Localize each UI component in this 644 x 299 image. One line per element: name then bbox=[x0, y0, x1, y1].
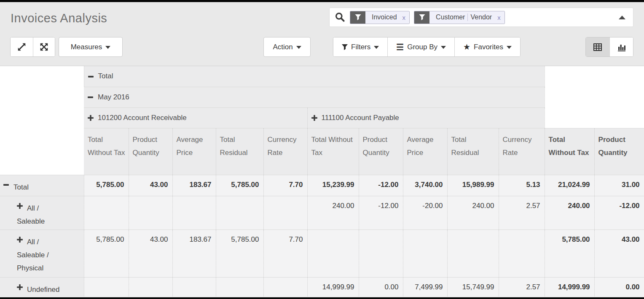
cell: 15,989.99 bbox=[447, 175, 499, 196]
cell: 43.00 bbox=[129, 230, 172, 277]
col-group-label: 101200 Account Receivable bbox=[98, 114, 187, 122]
group-by-button-label: Group By bbox=[407, 43, 437, 51]
cell bbox=[129, 196, 172, 230]
plus-icon bbox=[88, 115, 94, 121]
measure-header[interactable]: Average Price bbox=[172, 128, 216, 175]
arrows-alt-icon bbox=[40, 43, 48, 51]
cell: 7,499.99 bbox=[403, 277, 447, 296]
bar-chart-view-button[interactable] bbox=[609, 37, 633, 56]
action-button[interactable]: Action bbox=[263, 37, 311, 57]
cell bbox=[216, 196, 263, 230]
cell: 3,740.00 bbox=[403, 175, 447, 196]
star-icon: ★ bbox=[463, 43, 470, 51]
cell: -20.00 bbox=[403, 196, 447, 230]
row-label: Total bbox=[3, 181, 47, 194]
expand-diagonal-icon bbox=[17, 43, 26, 51]
cell bbox=[447, 230, 499, 277]
filters-button-label: Filters bbox=[351, 43, 370, 51]
facet-remove-icon[interactable]: x bbox=[497, 14, 501, 21]
measure-header[interactable]: Total Residual bbox=[447, 128, 499, 175]
hamburger-icon: ☰ bbox=[396, 44, 404, 50]
cell: 14,999.99 bbox=[545, 277, 594, 296]
row-label: All / Saleable bbox=[17, 202, 61, 228]
measure-header[interactable]: Currency Rate bbox=[263, 128, 307, 175]
cell: 15,239.99 bbox=[307, 175, 359, 196]
cell: 240.00 bbox=[447, 196, 499, 230]
filters-button[interactable]: Filters bbox=[333, 37, 387, 56]
cell bbox=[263, 277, 307, 296]
pivot-table: Total May 2016 101200 Account Receivable… bbox=[0, 66, 644, 296]
table-row: All / Saleable 240.00 -12.00 -20.00 240.… bbox=[0, 196, 644, 230]
cell: 5,785.00 bbox=[84, 175, 129, 196]
row-header-undefined[interactable]: Undefined bbox=[0, 277, 84, 296]
row-header-all-saleable-physical[interactable]: All / Saleable / Physical bbox=[0, 230, 84, 277]
measure-header[interactable]: Total Without Tax bbox=[84, 128, 129, 175]
row-label: All / Saleable / Physical bbox=[17, 235, 61, 275]
page-title: Invoices Analysis bbox=[11, 11, 107, 25]
cell bbox=[359, 230, 403, 277]
search-input[interactable]: Invoiced x Customer Vendor x bbox=[329, 8, 633, 27]
measure-header-total[interactable]: Product Quantity bbox=[594, 128, 644, 175]
measure-header[interactable]: Product Quantity bbox=[129, 128, 172, 175]
cell: 5,785.00 bbox=[84, 230, 129, 277]
facet-value: Invoiced bbox=[369, 13, 400, 21]
minus-icon bbox=[88, 74, 94, 80]
search-options-button-group: Filters ☰ Group By ★ Favorites bbox=[333, 37, 521, 57]
col-group-label: May 2016 bbox=[98, 93, 129, 101]
chevron-down-icon bbox=[441, 46, 446, 49]
view-switcher bbox=[585, 37, 633, 57]
cell: 5.13 bbox=[499, 175, 545, 196]
table-grid-icon bbox=[593, 43, 602, 51]
cell: 240.00 bbox=[545, 196, 594, 230]
col-group-account-receivable[interactable]: 101200 Account Receivable bbox=[84, 107, 307, 128]
cell bbox=[499, 230, 545, 277]
cell: 7.70 bbox=[263, 175, 307, 196]
col-group-label: 111100 Account Payable bbox=[322, 114, 399, 122]
cell: 14,999.99 bbox=[307, 277, 359, 296]
col-group-label: Total bbox=[98, 72, 113, 80]
row-header-total[interactable]: Total bbox=[0, 175, 84, 196]
col-group-period[interactable]: May 2016 bbox=[84, 87, 545, 107]
cell: 43.00 bbox=[594, 230, 644, 277]
cell bbox=[84, 196, 129, 230]
measure-header-total[interactable]: Total Without Tax bbox=[545, 128, 594, 175]
window-top-edge bbox=[0, 0, 644, 2]
table-row: Total 5,785.00 43.00 183.67 5,785.00 7.7… bbox=[0, 175, 644, 196]
measure-header[interactable]: Average Price bbox=[403, 128, 447, 175]
cell: 7.70 bbox=[263, 230, 307, 277]
cell: 2.57 bbox=[499, 196, 545, 230]
expand-all-button[interactable] bbox=[33, 37, 55, 56]
col-group-account-payable[interactable]: 111100 Account Payable bbox=[307, 107, 545, 128]
measures-button[interactable]: Measures bbox=[59, 37, 123, 57]
chevron-down-icon bbox=[507, 46, 512, 49]
measures-button-label: Measures bbox=[71, 43, 102, 51]
pivot-view-button[interactable] bbox=[586, 37, 609, 56]
cell: 5,785.00 bbox=[545, 230, 594, 277]
row-header-all-saleable[interactable]: All / Saleable bbox=[0, 196, 84, 230]
search-collapse-icon[interactable] bbox=[619, 16, 625, 19]
favorites-button[interactable]: ★ Favorites bbox=[454, 37, 520, 56]
cell: -12.00 bbox=[594, 196, 644, 230]
facet-value: Customer bbox=[433, 13, 467, 21]
cell: 2.57 bbox=[499, 277, 545, 296]
measure-header[interactable]: Total Without Tax bbox=[307, 128, 359, 175]
facet-remove-icon[interactable]: x bbox=[402, 14, 406, 21]
plus-icon bbox=[17, 237, 23, 243]
pivot-expand-button-group bbox=[10, 37, 55, 57]
flip-axis-button[interactable] bbox=[11, 37, 33, 56]
action-button-label: Action bbox=[273, 43, 292, 51]
cell: 183.67 bbox=[172, 175, 216, 196]
cell: 21,024.99 bbox=[545, 175, 594, 196]
cell bbox=[307, 230, 359, 277]
plus-icon bbox=[17, 284, 23, 290]
plus-icon bbox=[311, 115, 317, 121]
group-by-button[interactable]: ☰ Group By bbox=[387, 37, 454, 56]
filter-funnel-icon bbox=[350, 11, 365, 24]
search-icon bbox=[335, 12, 346, 23]
row-label: Undefined bbox=[17, 283, 61, 296]
measure-header[interactable]: Product Quantity bbox=[359, 128, 403, 175]
pivot-corner-cell-right bbox=[545, 66, 644, 128]
col-group-total[interactable]: Total bbox=[84, 66, 545, 87]
measure-header[interactable]: Currency Rate bbox=[499, 128, 545, 175]
measure-header[interactable]: Total Residual bbox=[216, 128, 263, 175]
